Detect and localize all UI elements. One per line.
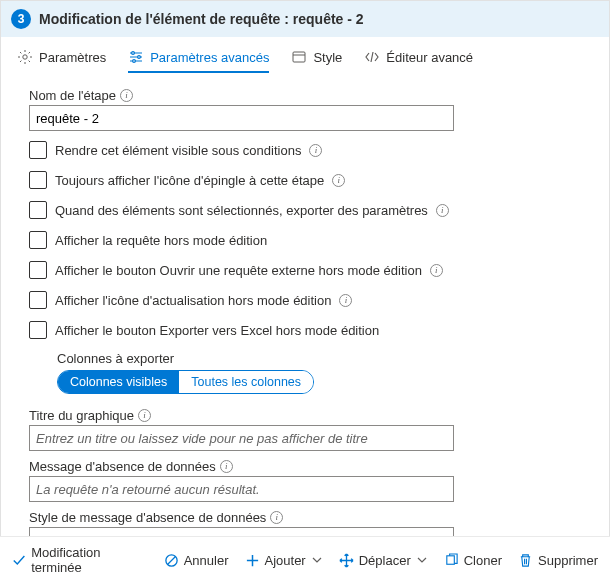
svg-point-2 — [138, 56, 141, 59]
toggle-all-columns[interactable]: Toutes les colonnes — [179, 371, 313, 393]
check-icon — [12, 553, 26, 568]
chevron-down-icon — [311, 554, 323, 566]
step-name-label: Nom de l'étape i — [29, 88, 581, 103]
tab-style[interactable]: Style — [291, 43, 342, 73]
button-label: Cloner — [464, 553, 502, 568]
info-icon[interactable]: i — [436, 204, 449, 217]
style-icon — [291, 49, 307, 65]
plus-icon — [245, 553, 260, 568]
export-columns-section: Colonnes à exporter Colonnes visibles To… — [57, 351, 581, 394]
tab-bar: Paramètres Paramètres avancés Style Édit… — [1, 37, 609, 74]
checkbox-label: Toujours afficher l'icône d'épingle à ce… — [55, 173, 324, 188]
no-data-message-input[interactable] — [29, 476, 454, 502]
no-data-message-label: Message d'absence de données i — [29, 459, 581, 474]
step-name-field: Nom de l'étape i — [29, 88, 581, 131]
svg-rect-4 — [293, 52, 305, 62]
add-button[interactable]: Ajouter — [245, 553, 323, 568]
export-columns-toggle[interactable]: Colonnes visibles Toutes les colonnes — [57, 370, 314, 394]
checkbox-icon[interactable] — [29, 291, 47, 309]
info-icon[interactable]: i — [332, 174, 345, 187]
checkbox-icon[interactable] — [29, 171, 47, 189]
copy-icon — [444, 553, 459, 568]
checkbox-conditional-visibility[interactable]: Rendre cet élément visible sous conditio… — [29, 139, 581, 161]
chevron-down-icon — [416, 554, 428, 566]
tab-settings[interactable]: Paramètres — [17, 43, 106, 73]
sliders-icon — [128, 49, 144, 65]
checkbox-show-open-external-query[interactable]: Afficher le bouton Ouvrir une requête ex… — [29, 259, 581, 281]
button-label: Supprimer — [538, 553, 598, 568]
move-button[interactable]: Déplacer — [339, 553, 428, 568]
checkbox-export-parameters[interactable]: Quand des éléments sont sélectionnés, ex… — [29, 199, 581, 221]
toggle-visible-columns[interactable]: Colonnes visibles — [58, 371, 179, 393]
gear-icon — [17, 49, 33, 65]
no-data-message-field: Message d'absence de données i — [29, 459, 581, 502]
tab-label: Style — [313, 50, 342, 65]
button-label: Déplacer — [359, 553, 411, 568]
cancel-button[interactable]: Annuler — [164, 553, 229, 568]
info-icon[interactable]: i — [339, 294, 352, 307]
checkbox-show-refresh-icon[interactable]: Afficher l'icône d'actualisation hors mo… — [29, 289, 581, 311]
info-icon[interactable]: i — [270, 511, 283, 524]
button-label: Annuler — [184, 553, 229, 568]
checkbox-label: Afficher l'icône d'actualisation hors mo… — [55, 293, 331, 308]
chart-title-input[interactable] — [29, 425, 454, 451]
tab-label: Paramètres — [39, 50, 106, 65]
checkbox-label: Afficher le bouton Ouvrir une requête ex… — [55, 263, 422, 278]
checkbox-label: Rendre cet élément visible sous conditio… — [55, 143, 301, 158]
checkbox-icon[interactable] — [29, 231, 47, 249]
svg-rect-6 — [447, 555, 455, 563]
export-columns-label: Colonnes à exporter — [57, 351, 581, 366]
info-icon[interactable]: i — [120, 89, 133, 102]
footer-toolbar: Modification terminée Annuler Ajouter Dé… — [0, 536, 610, 583]
checkbox-show-query-noedit[interactable]: Afficher la requête hors mode édition — [29, 229, 581, 251]
panel-title: Modification de l'élément de requête : r… — [39, 11, 364, 27]
info-icon[interactable]: i — [430, 264, 443, 277]
code-icon — [364, 49, 380, 65]
checkbox-icon[interactable] — [29, 321, 47, 339]
button-label: Modification terminée — [31, 545, 148, 575]
chart-title-label: Titre du graphique i — [29, 408, 581, 423]
form-body: Nom de l'étape i Rendre cet élément visi… — [1, 74, 609, 563]
clone-button[interactable]: Cloner — [444, 553, 502, 568]
info-icon[interactable]: i — [220, 460, 233, 473]
svg-point-1 — [132, 52, 135, 55]
checkbox-label: Quand des éléments sont sélectionnés, ex… — [55, 203, 428, 218]
tab-advanced-settings[interactable]: Paramètres avancés — [128, 43, 269, 73]
checkbox-icon[interactable] — [29, 201, 47, 219]
cancel-icon — [164, 553, 179, 568]
tab-label: Paramètres avancés — [150, 50, 269, 65]
no-data-style-label: Style de message d'absence de données i — [29, 510, 581, 525]
button-label: Ajouter — [265, 553, 306, 568]
checkbox-always-show-pin[interactable]: Toujours afficher l'icône d'épingle à ce… — [29, 169, 581, 191]
tab-advanced-editor[interactable]: Éditeur avancé — [364, 43, 473, 73]
done-editing-button[interactable]: Modification terminée — [12, 545, 148, 575]
step-name-input[interactable] — [29, 105, 454, 131]
svg-point-0 — [23, 55, 27, 59]
panel-header: 3 Modification de l'élément de requête :… — [1, 1, 609, 37]
delete-button[interactable]: Supprimer — [518, 553, 598, 568]
move-icon — [339, 553, 354, 568]
trash-icon — [518, 553, 533, 568]
checkbox-show-export-excel[interactable]: Afficher le bouton Exporter vers Excel h… — [29, 319, 581, 341]
checkbox-label: Afficher la requête hors mode édition — [55, 233, 267, 248]
info-icon[interactable]: i — [138, 409, 151, 422]
info-icon[interactable]: i — [309, 144, 322, 157]
checkbox-icon[interactable] — [29, 141, 47, 159]
step-number-badge: 3 — [11, 9, 31, 29]
svg-point-3 — [133, 60, 136, 63]
chart-title-field: Titre du graphique i — [29, 408, 581, 451]
tab-label: Éditeur avancé — [386, 50, 473, 65]
checkbox-label: Afficher le bouton Exporter vers Excel h… — [55, 323, 379, 338]
checkbox-icon[interactable] — [29, 261, 47, 279]
